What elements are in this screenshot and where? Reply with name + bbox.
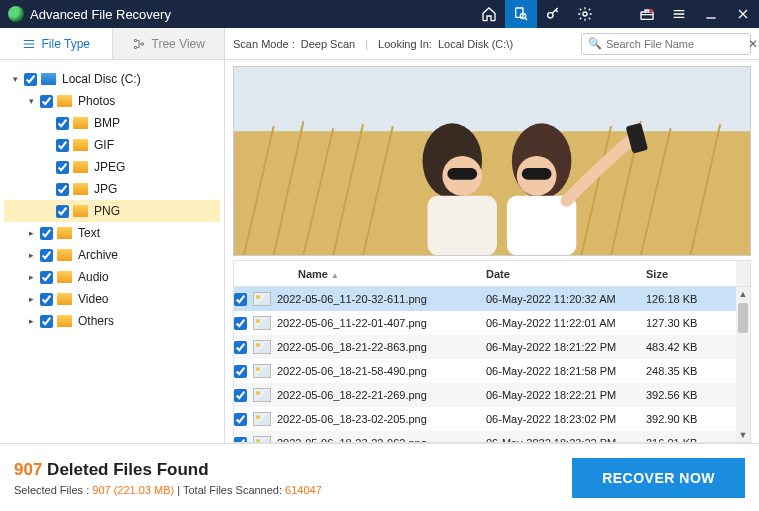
row-check[interactable] xyxy=(234,317,247,330)
tree-check-root[interactable] xyxy=(24,73,37,86)
search-box[interactable]: 🔍 ✕ xyxy=(581,33,751,55)
col-date[interactable]: Date xyxy=(486,268,646,280)
folder-icon xyxy=(57,249,72,261)
tree-check-bmp[interactable] xyxy=(56,117,69,130)
tree-node-bmp[interactable]: BMP xyxy=(4,112,220,134)
footer-stats: Selected Files : 907 (221.03 MB) | Total… xyxy=(14,484,322,496)
svg-point-2 xyxy=(548,13,553,18)
folder-icon xyxy=(73,139,88,151)
image-preview xyxy=(233,66,751,256)
row-name: 2022-05-06_18-21-58-490.png xyxy=(277,365,486,377)
tree-check-audio[interactable] xyxy=(40,271,53,284)
key-button[interactable] xyxy=(537,0,569,28)
toolbox-button[interactable] xyxy=(631,0,663,28)
row-date: 06-May-2022 11:20:32 AM xyxy=(486,293,646,305)
table-row[interactable]: 2022-05-06_18-21-58-490.png06-May-2022 1… xyxy=(234,359,750,383)
row-name: 2022-05-06_18-23-02-205.png xyxy=(277,413,486,425)
table-row[interactable]: 2022-05-06_11-20-32-611.png06-May-2022 1… xyxy=(234,287,750,311)
image-file-icon xyxy=(253,292,271,306)
row-check[interactable] xyxy=(234,365,247,378)
row-date: 06-May-2022 18:22:21 PM xyxy=(486,389,646,401)
scan-button[interactable] xyxy=(505,0,537,28)
tree-node-text[interactable]: ▸Text xyxy=(4,222,220,244)
row-date: 06-May-2022 18:21:22 PM xyxy=(486,341,646,353)
close-button[interactable] xyxy=(727,0,759,28)
row-check[interactable] xyxy=(234,389,247,402)
main-panel: Scan Mode : Deep Scan | Looking In: Loca… xyxy=(225,28,759,443)
row-date: 06-May-2022 18:23:22 PM xyxy=(486,437,646,442)
tree-node-others[interactable]: ▸Others xyxy=(4,310,220,332)
tab-tree-view[interactable]: Tree View xyxy=(113,28,225,59)
svg-rect-26 xyxy=(522,168,552,180)
row-check[interactable] xyxy=(234,413,247,426)
image-file-icon xyxy=(253,436,271,442)
app-title: Advanced File Recovery xyxy=(30,7,171,22)
table-row[interactable]: 2022-05-06_18-23-02-205.png06-May-2022 1… xyxy=(234,407,750,431)
tree-check-photos[interactable] xyxy=(40,95,53,108)
scrollbar[interactable]: ▲ ▼ xyxy=(736,287,750,442)
recover-button[interactable]: RECOVER NOW xyxy=(572,458,745,498)
folder-icon xyxy=(57,95,72,107)
scan-mode-label: Scan Mode : xyxy=(233,38,295,50)
tree-node-photos[interactable]: ▾Photos xyxy=(4,90,220,112)
titlebar: Advanced File Recovery xyxy=(0,0,759,28)
folder-icon xyxy=(73,117,88,129)
clear-search-icon[interactable]: ✕ xyxy=(748,37,758,51)
table-row[interactable]: 2022-05-06_18-22-21-269.png06-May-2022 1… xyxy=(234,383,750,407)
tree-check-video[interactable] xyxy=(40,293,53,306)
menu-button[interactable] xyxy=(663,0,695,28)
tree-check-png[interactable] xyxy=(56,205,69,218)
tree-check-archive[interactable] xyxy=(40,249,53,262)
folder-icon xyxy=(57,227,72,239)
tree-check-jpeg[interactable] xyxy=(56,161,69,174)
scroll-down-icon[interactable]: ▼ xyxy=(736,428,750,442)
tree-node-jpeg[interactable]: JPEG xyxy=(4,156,220,178)
tree-node-gif[interactable]: GIF xyxy=(4,134,220,156)
row-name: 2022-05-06_18-23-22-962.png xyxy=(277,437,486,442)
folder-icon xyxy=(57,271,72,283)
folder-icon xyxy=(73,183,88,195)
tree-node-png[interactable]: PNG xyxy=(4,200,220,222)
tree-check-others[interactable] xyxy=(40,315,53,328)
table-row[interactable]: 2022-05-06_18-23-22-962.png06-May-2022 1… xyxy=(234,431,750,442)
minimize-button[interactable] xyxy=(695,0,727,28)
tree-node-archive[interactable]: ▸Archive xyxy=(4,244,220,266)
col-name[interactable]: Name xyxy=(298,268,486,280)
separator: | xyxy=(365,38,368,50)
tab-file-type[interactable]: File Type xyxy=(0,28,113,59)
tree-node-jpg[interactable]: JPG xyxy=(4,178,220,200)
row-check[interactable] xyxy=(234,341,247,354)
scan-mode-value: Deep Scan xyxy=(301,38,355,50)
tree-check-gif[interactable] xyxy=(56,139,69,152)
folder-icon xyxy=(57,315,72,327)
row-name: 2022-05-06_11-20-32-611.png xyxy=(277,293,486,305)
tree-node-video[interactable]: ▸Video xyxy=(4,288,220,310)
table-header: Name Date Size xyxy=(234,261,750,287)
tree-node-root[interactable]: ▾Local Disc (C:) xyxy=(4,68,220,90)
tree-check-text[interactable] xyxy=(40,227,53,240)
col-size[interactable]: Size xyxy=(646,268,736,280)
row-check[interactable] xyxy=(234,437,247,443)
svg-point-5 xyxy=(649,9,653,13)
svg-rect-10 xyxy=(234,67,750,131)
tree-check-jpg[interactable] xyxy=(56,183,69,196)
table-row[interactable]: 2022-05-06_18-21-22-863.png06-May-2022 1… xyxy=(234,335,750,359)
sidebar: File Type Tree View ▾Local Disc (C:) ▾Ph… xyxy=(0,28,225,443)
settings-button[interactable] xyxy=(569,0,601,28)
row-size: 392.56 KB xyxy=(646,389,736,401)
image-file-icon xyxy=(253,388,271,402)
row-check[interactable] xyxy=(234,293,247,306)
search-input[interactable] xyxy=(606,38,744,50)
svg-point-3 xyxy=(583,12,587,16)
home-button[interactable] xyxy=(473,0,505,28)
scroll-thumb[interactable] xyxy=(738,303,748,333)
row-name: 2022-05-06_18-21-22-863.png xyxy=(277,341,486,353)
footer: 907 Deleted Files Found Selected Files :… xyxy=(0,443,759,511)
row-date: 06-May-2022 18:23:02 PM xyxy=(486,413,646,425)
row-size: 126.18 KB xyxy=(646,293,736,305)
scroll-up-icon[interactable]: ▲ xyxy=(736,287,750,301)
tree-node-audio[interactable]: ▸Audio xyxy=(4,266,220,288)
row-size: 392.90 KB xyxy=(646,413,736,425)
image-file-icon xyxy=(253,340,271,354)
table-row[interactable]: 2022-05-06_11-22-01-407.png06-May-2022 1… xyxy=(234,311,750,335)
